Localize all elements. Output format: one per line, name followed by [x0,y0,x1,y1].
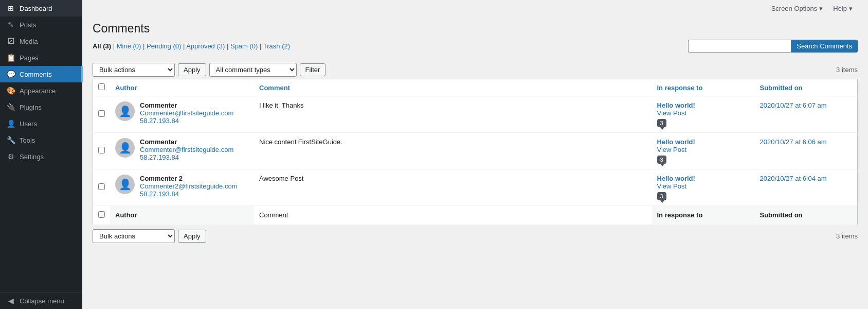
row-comment: Nice content FirstSiteGuide. [254,133,652,169]
table-footer-header-row: Author Comment In response to Submitted … [93,206,858,225]
author-name: Commenter 2 [140,175,237,182]
users-icon: 👤 [6,119,15,128]
comment-count-bubble: 3 [657,192,666,200]
row-select-checkbox[interactable] [98,147,105,153]
sidebar-item-users[interactable]: 👤 Users [0,115,82,132]
row-submitted[interactable]: 2020/10/27 at 6:07 am [755,96,858,133]
page-title: Comments [93,22,858,36]
select-all-checkbox[interactable] [98,83,105,90]
sidebar-item-appearance[interactable]: 🎨 Appearance [0,82,82,99]
view-post-link[interactable]: View Post [657,182,687,190]
sidebar-collapse[interactable]: ◀ Collapse menu [0,292,82,309]
table-header-row: Author Comment In response to Submitted … [93,79,858,96]
comments-tbody: 👤 Commenter Commenter@firstsiteguide.com… [93,96,858,206]
sidebar-item-dashboard[interactable]: ⊞ Dashboard [0,0,82,16]
sidebar-item-pages[interactable]: 📋 Pages [0,49,82,66]
sidebar-item-media[interactable]: 🖼 Media [0,33,82,49]
search-comments-button[interactable]: Search Comments [791,40,858,53]
table-row: 👤 Commenter Commenter@firstsiteguide.com… [93,96,858,133]
dashboard-icon: ⊞ [6,4,15,12]
filter-mine[interactable]: Mine (0) [117,42,141,50]
row-submitted[interactable]: 2020/10/27 at 6:04 am [755,169,858,206]
table-row: 👤 Commenter 2 Commenter2@firstsiteguide.… [93,169,858,206]
header-submitted[interactable]: Submitted on [755,79,858,96]
footer-comment: Comment [254,206,652,225]
help-button[interactable]: Help ▾ [828,3,858,14]
sidebar-item-settings[interactable]: ⚙ Settings [0,148,82,165]
sidebar-item-label: Media [20,38,38,45]
screen-options-label: Screen Options [771,5,818,12]
help-chevron-icon: ▾ [849,5,853,12]
view-post-link[interactable]: View Post [657,146,687,153]
row-select-checkbox[interactable] [98,110,105,117]
sidebar-item-comments[interactable]: 💬 Comments [0,66,82,82]
plugins-icon: 🔌 [6,103,15,111]
sidebar-item-plugins[interactable]: 🔌 Plugins [0,99,82,115]
row-select-checkbox[interactable] [98,183,105,190]
filter-button[interactable]: Filter [300,63,326,76]
filter-approved[interactable]: Approved (3) [186,42,225,50]
author-ip[interactable]: 58.27.193.84 [140,153,233,161]
bottom-bulk-actions-select[interactable]: Bulk actions Unapprove Approve Mark as S… [93,229,175,243]
sidebar-item-label: Appearance [20,87,56,95]
footer-author[interactable]: Author [110,206,254,225]
row-checkbox [93,96,111,133]
sidebar-item-label: Comments [20,71,52,78]
screen-options-button[interactable]: Screen Options ▾ [766,3,828,14]
bulk-actions-select[interactable]: Bulk actions Unapprove Approve Mark as S… [93,63,175,77]
bottom-apply-button[interactable]: Apply [178,230,206,243]
sidebar-item-posts[interactable]: ✎ Posts [0,16,82,33]
header-response[interactable]: In response to [652,79,755,96]
comment-count-bubble: 3 [657,119,666,127]
author-email[interactable]: Commenter2@firstsiteguide.com [140,182,237,190]
avatar: 👤 [115,138,135,158]
filter-trash[interactable]: Trash (2) [263,42,290,50]
response-post-link[interactable]: Hello world! [657,138,695,146]
top-apply-button[interactable]: Apply [178,63,206,76]
appearance-icon: 🎨 [6,87,15,95]
author-name: Commenter [140,101,233,109]
view-post-link[interactable]: View Post [657,109,687,117]
footer-response[interactable]: In response to [652,206,755,225]
comments-icon: 💬 [6,70,15,78]
filter-all[interactable]: All (3) [93,42,111,50]
avatar: 👤 [115,101,135,121]
collapse-label: Collapse menu [20,297,64,305]
row-author: 👤 Commenter Commenter@firstsiteguide.com… [110,133,254,169]
sidebar-item-label: Settings [20,153,44,161]
row-comment: I like it. Thanks [254,96,652,133]
author-ip[interactable]: 58.27.193.84 [140,190,237,198]
filter-spam[interactable]: Spam (0) [230,42,258,50]
sidebar-item-label: Tools [20,136,35,144]
table-row: 👤 Commenter Commenter@firstsiteguide.com… [93,133,858,169]
items-count-bottom: 3 items [836,232,858,240]
row-checkbox [93,169,111,206]
pages-icon: 📋 [6,54,15,62]
row-submitted[interactable]: 2020/10/27 at 6:06 am [755,133,858,169]
author-ip[interactable]: 58.27.193.84 [140,117,233,125]
sidebar-item-label: Users [20,120,37,128]
response-post-link[interactable]: Hello world! [657,101,695,109]
sidebar-item-tools[interactable]: 🔧 Tools [0,132,82,148]
comment-count-bubble: 3 [657,156,666,164]
collapse-icon: ◀ [6,297,15,305]
comment-type-select[interactable]: All comment types Comments Pings [209,63,297,77]
avatar: 👤 [115,175,135,194]
sidebar: ⊞ Dashboard ✎ Posts 🖼 Media 📋 Pages 💬 Co… [0,0,82,309]
topbar: Screen Options ▾ Help ▾ [82,0,868,16]
filter-pending[interactable]: Pending (0) [147,42,181,50]
select-all-checkbox-bottom[interactable] [98,211,105,218]
footer-submitted[interactable]: Submitted on [755,206,858,225]
sidebar-item-label: Plugins [20,104,42,111]
search-area: Search Comments [688,40,858,53]
items-count-top: 3 items [836,66,858,74]
sidebar-item-label: Posts [20,21,37,29]
author-email[interactable]: Commenter@firstsiteguide.com [140,109,233,117]
response-post-link[interactable]: Hello world! [657,175,695,182]
sidebar-item-label: Dashboard [20,5,52,12]
header-author[interactable]: Author [110,79,254,96]
search-input[interactable] [688,40,791,53]
tools-icon: 🔧 [6,136,15,144]
author-email[interactable]: Commenter@firstsiteguide.com [140,146,233,153]
bottom-toolbar: Bulk actions Unapprove Approve Mark as S… [93,229,858,243]
